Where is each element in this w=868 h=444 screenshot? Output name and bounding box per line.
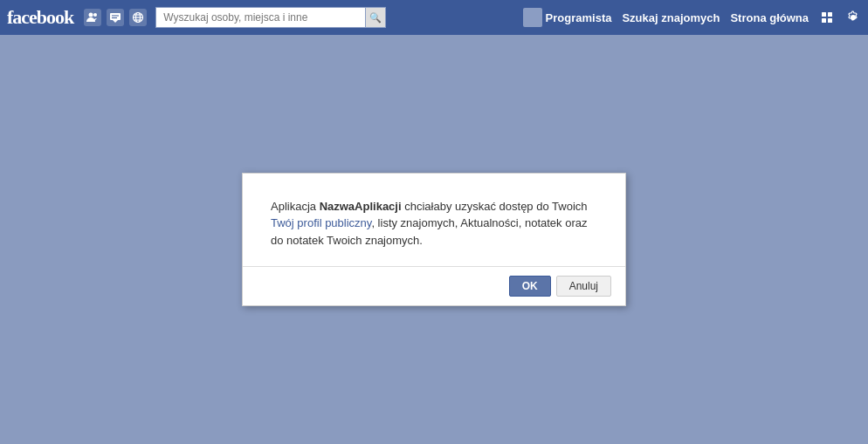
modal-footer: OK Anuluj (243, 267, 625, 305)
ok-button[interactable]: OK (509, 276, 551, 297)
avatar (523, 8, 542, 27)
svg-rect-14 (828, 18, 832, 23)
svg-rect-12 (828, 12, 832, 17)
home-link[interactable]: Strona główna (730, 11, 809, 24)
svg-marker-3 (113, 20, 118, 23)
svg-rect-2 (110, 13, 121, 20)
search-button[interactable]: 🔍 (365, 7, 386, 28)
svg-point-0 (89, 13, 93, 17)
page-background: Aplikacja NazwaAplikacji chciałaby uzysk… (0, 35, 868, 444)
navbar-user: Programista (523, 8, 612, 27)
profile-link[interactable]: Twój profil publiczny (271, 216, 371, 229)
globe-icon[interactable] (129, 9, 147, 26)
message-prefix: Aplikacja (271, 200, 320, 213)
find-friends-link[interactable]: Szukaj znajomych (622, 11, 720, 24)
modal-body: Aplikacja NazwaAplikacji chciałaby uzysk… (243, 174, 625, 268)
svg-rect-11 (822, 12, 826, 17)
message-middle: chciałaby uzyskać dostęp do Twoich (402, 200, 588, 213)
search-bar: 🔍 (155, 7, 386, 28)
svg-point-1 (93, 13, 97, 17)
messages-icon[interactable] (107, 9, 124, 26)
friends-icon[interactable] (84, 9, 101, 26)
user-name-link[interactable]: Programista (546, 11, 612, 24)
gear-icon[interactable] (845, 10, 861, 25)
svg-rect-13 (822, 18, 826, 23)
cancel-button[interactable]: Anuluj (556, 276, 611, 297)
permission-dialog: Aplikacja NazwaAplikacji chciałaby uzysk… (242, 173, 626, 307)
app-name: NazwaAplikacji (320, 200, 402, 213)
settings-icon[interactable] (819, 10, 835, 25)
facebook-logo: facebook (7, 6, 73, 29)
navbar: facebook 🔍 Programi (0, 0, 868, 35)
navbar-right: Programista Szukaj znajomych Strona głów… (523, 8, 861, 27)
search-input[interactable] (155, 7, 365, 28)
